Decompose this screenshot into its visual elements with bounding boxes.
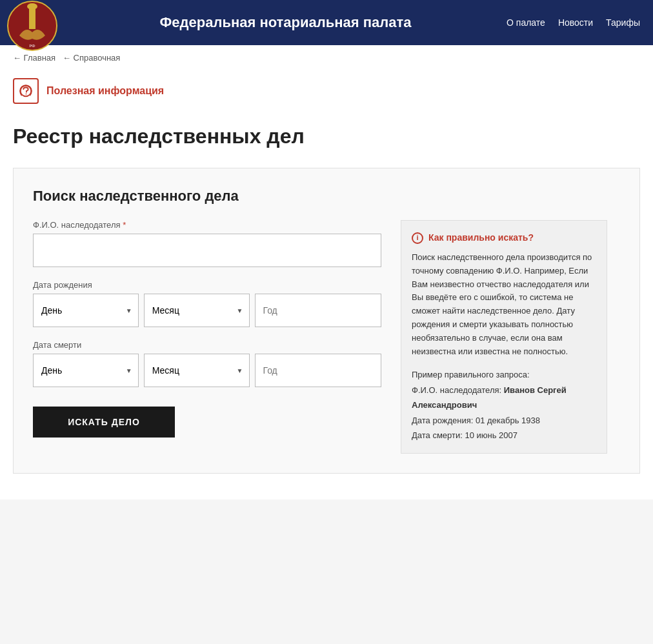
page-title: Реестр наследственных дел (13, 125, 640, 148)
info-circle-icon: i (412, 232, 423, 244)
death-date-row: День 12345 678910 1112131415 1617181920 … (33, 354, 381, 387)
svg-text:РФ: РФ (29, 43, 35, 48)
death-month-select[interactable]: Месяц ЯнварьФевральМартАпрель МайИюньИюл… (144, 354, 250, 387)
death-day-wrap: День 12345 678910 1112131415 1617181920 … (33, 354, 139, 387)
form-container: Поиск наследственного дела Ф.И.О. наслед… (13, 168, 640, 474)
submit-area: ИСКАТЬ ДЕЛО (33, 407, 381, 438)
birth-year-wrap (255, 294, 382, 327)
info-box-example: Пример правильного запроса: Ф.И.О. насле… (412, 367, 596, 443)
example-birth-line: Дата рождения: 01 декабрь 1938 (412, 413, 596, 428)
page-content: Полезная информация Реестр наследственны… (0, 70, 653, 499)
example-label: Пример правильного запроса: (412, 367, 596, 382)
svg-rect-1 (29, 6, 35, 29)
header-title: Федеральная нотариальная палата (13, 14, 507, 31)
info-box-description: Поиск наследственного дела производится … (412, 251, 596, 358)
birth-date-row: День 12345 678910 1112131415 1617181920 … (33, 294, 381, 327)
form-body: Ф.И.О. наследодателя * Дата рождения Ден… (33, 220, 620, 454)
form-left: Ф.И.О. наследодателя * Дата рождения Ден… (33, 220, 381, 454)
birth-day-select[interactable]: День 12345 678910 1112131415 1617181920 … (33, 294, 139, 327)
example-fio-label: Ф.И.О. наследодателя: (412, 385, 501, 395)
info-bar-icon (13, 78, 39, 104)
birth-month-select[interactable]: Месяц ЯнварьФевральМартАпрель МайИюньИюл… (144, 294, 250, 327)
birth-date-group: Дата рождения День 12345 678910 11121314… (33, 280, 381, 327)
header-nav: О палате Новости Тарифы (507, 17, 640, 28)
fio-field-group: Ф.И.О. наследодателя * (33, 220, 381, 267)
death-month-wrap: Месяц ЯнварьФевральМартАпрель МайИюньИюл… (144, 354, 250, 387)
death-year-input[interactable] (255, 354, 382, 387)
svg-point-5 (26, 94, 27, 95)
death-date-group: Дата смерти День 12345 678910 1112131415… (33, 340, 381, 387)
fio-label: Ф.И.О. наследодателя * (33, 220, 381, 230)
death-year-wrap (255, 354, 382, 387)
birth-month-wrap: Месяц ЯнварьФевральМартАпрель МайИюньИюл… (144, 294, 250, 327)
info-box-title: Как правильно искать? (428, 231, 534, 245)
example-death-value: 10 июнь 2007 (465, 430, 517, 440)
example-fio-line: Ф.И.О. наследодателя: Иванов Сергей Алек… (412, 383, 596, 413)
submit-button[interactable]: ИСКАТЬ ДЕЛО (33, 407, 175, 438)
example-death-label: Дата смерти: (412, 430, 463, 440)
example-birth-value: 01 декабрь 1938 (476, 416, 540, 425)
birth-day-wrap: День 12345 678910 1112131415 1617181920 … (33, 294, 139, 327)
form-title: Поиск наследственного дела (33, 188, 620, 205)
nav-item-about[interactable]: О палате (507, 17, 545, 28)
info-bar-label: Полезная информация (46, 85, 164, 97)
death-day-select[interactable]: День 12345 678910 1112131415 1617181920 … (33, 354, 139, 387)
info-box: i Как правильно искать? Поиск наследстве… (401, 220, 607, 454)
info-box-header: i Как правильно искать? (412, 231, 596, 245)
nav-item-tariffs[interactable]: Тарифы (606, 17, 640, 28)
birth-date-label: Дата рождения (33, 280, 381, 290)
breadcrumb-reference[interactable]: ← Справочная (63, 53, 120, 63)
breadcrumb: ← Главная ← Справочная (0, 45, 653, 70)
example-death-line: Дата смерти: 10 июнь 2007 (412, 428, 596, 443)
svg-point-2 (27, 3, 37, 10)
example-birth-label: Дата рождения: (412, 416, 473, 425)
nav-item-news[interactable]: Новости (558, 17, 593, 28)
death-date-label: Дата смерти (33, 340, 381, 350)
fio-input[interactable] (33, 234, 381, 267)
header: РФ Федеральная нотариальная палата О пал… (0, 0, 653, 45)
logo[interactable]: РФ (6, 0, 58, 52)
birth-year-input[interactable] (255, 294, 382, 327)
breadcrumb-home[interactable]: ← Главная (13, 53, 55, 63)
info-bar: Полезная информация (13, 70, 640, 112)
